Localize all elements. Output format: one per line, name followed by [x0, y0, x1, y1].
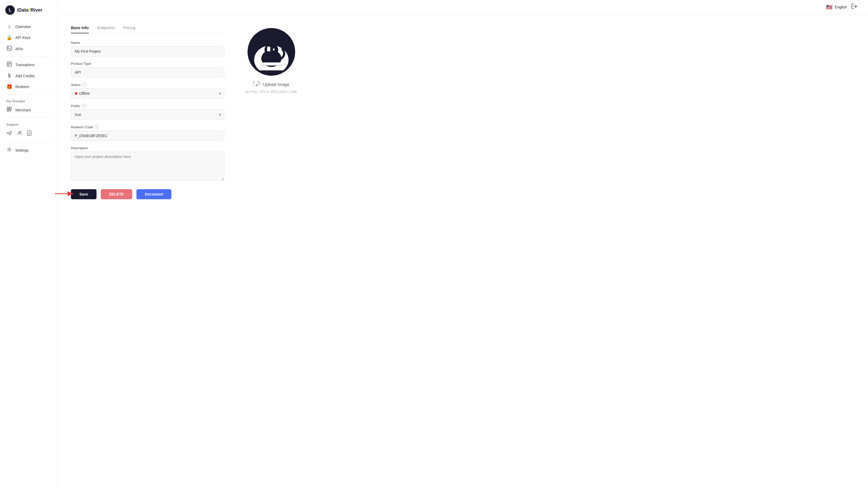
product-type-field-group: Product Type: [71, 62, 224, 77]
status-label: Status i: [71, 83, 224, 87]
document-button[interactable]: Document: [136, 189, 172, 199]
home-icon: ⌂: [6, 24, 12, 29]
dollar-icon: $: [6, 73, 12, 79]
terminal-icon: [6, 46, 12, 52]
buttons-row: Save DELETE Document: [71, 189, 224, 199]
svg-rect-29: [261, 62, 282, 64]
header: 🇺🇸 English: [58, 0, 868, 14]
sidebar-item-label: APIs: [16, 47, 23, 51]
upload-label: Upload Image: [263, 82, 289, 87]
merchant-icon: [6, 107, 12, 113]
tab-endpoints[interactable]: Endpoints: [97, 23, 115, 33]
svg-point-12: [19, 132, 20, 133]
sidebar-item-label: Settings: [16, 148, 29, 152]
gift-icon: 🎁: [6, 84, 12, 90]
sidebar-item-settings[interactable]: Settings: [0, 144, 58, 156]
upload-button[interactable]: Upload Image: [253, 81, 289, 88]
cat-image: [253, 33, 290, 70]
tab-base-info[interactable]: Base Info: [71, 23, 89, 33]
form-section: Base Info Endpoints Pricing Name Pr: [71, 23, 224, 481]
redeem-code-label: Redeem Code i: [71, 125, 224, 129]
sidebar-item-transactions[interactable]: Transations: [0, 59, 58, 70]
svg-point-28: [273, 49, 275, 51]
sidebar-item-apis[interactable]: APIs: [0, 43, 58, 55]
redeem-code-field-group: Redeem Code i: [71, 125, 224, 141]
transactions-icon: [6, 62, 12, 68]
name-label: Name: [71, 41, 224, 45]
sidebar-item-label: Add Credits: [16, 74, 35, 78]
sidebar-divider-3: [5, 118, 53, 118]
svg-marker-25: [274, 39, 278, 45]
product-type-label: Product Type: [71, 62, 224, 66]
for-provider-label: For Provider: [0, 97, 58, 104]
svg-rect-6: [7, 107, 9, 109]
language-selector[interactable]: 🇺🇸 English: [826, 4, 847, 10]
svg-marker-24: [265, 39, 269, 45]
svg-point-18: [9, 149, 10, 150]
status-value: Offline: [79, 91, 90, 95]
main-content: 🇺🇸 English Base Info Endpoints: [58, 0, 868, 489]
svg-rect-30: [261, 64, 282, 66]
sidebar-divider: [5, 57, 53, 57]
sidebar-item-api-keys[interactable]: 🔒 API Keys: [0, 32, 58, 43]
arrow-svg: [52, 189, 76, 199]
logo-icon: L: [5, 5, 15, 15]
sidebar-divider-4: [5, 142, 53, 142]
project-image[interactable]: [248, 28, 295, 76]
language-label: English: [835, 5, 847, 9]
name-field-group: Name: [71, 41, 224, 56]
status-field-group: Status i Offline ▾: [71, 83, 224, 98]
name-input[interactable]: [71, 46, 224, 56]
tab-pricing[interactable]: Pricing: [123, 23, 135, 33]
svg-line-11: [9, 134, 10, 135]
sidebar-item-label: Merchant: [16, 108, 31, 112]
public-field-group: Public i true false ▾: [71, 104, 224, 120]
logout-icon[interactable]: [851, 3, 858, 11]
docs-icon[interactable]: [26, 130, 32, 137]
sidebar-divider-2: [5, 94, 53, 95]
upload-tip: tip: PNG, JPG or JPEG (MAX. 2 MB): [245, 90, 297, 94]
svg-point-13: [20, 131, 22, 132]
sidebar-item-label: Transations: [16, 63, 35, 67]
svg-rect-8: [7, 110, 9, 111]
sidebar: L iData*River ⌂ Overview 🔒 API Keys APIs: [0, 0, 58, 489]
image-section: Upload Image tip: PNG, JPG or JPEG (MAX.…: [245, 23, 297, 481]
public-select[interactable]: true false: [71, 110, 224, 120]
support-icons-row: [0, 127, 58, 140]
logo[interactable]: L iData*River: [0, 5, 58, 21]
status-dot: [75, 92, 78, 95]
content-area: Base Info Endpoints Pricing Name Pr: [58, 14, 868, 489]
delete-button[interactable]: DELETE: [101, 189, 132, 199]
svg-rect-0: [7, 46, 11, 50]
upload-area[interactable]: Upload Image tip: PNG, JPG or JPEG (MAX.…: [245, 81, 297, 94]
public-info-icon[interactable]: i: [82, 104, 86, 108]
svg-rect-14: [28, 131, 31, 136]
logo-text: iData*River: [17, 7, 42, 13]
redeem-code-info-icon[interactable]: i: [95, 125, 99, 129]
svg-point-23: [265, 44, 278, 56]
sidebar-item-redeem[interactable]: 🎁 Redeem: [0, 81, 58, 92]
svg-rect-7: [9, 107, 11, 109]
tabs: Base Info Endpoints Pricing: [71, 23, 224, 33]
arrow-indicator: [52, 189, 76, 200]
public-select-wrapper: true false ▾: [71, 110, 224, 120]
status-info-icon[interactable]: i: [82, 83, 87, 87]
support-label: Support: [0, 120, 58, 127]
sidebar-nav: ⌂ Overview 🔒 API Keys APIs: [0, 21, 58, 160]
sidebar-item-overview[interactable]: ⌂ Overview: [0, 21, 58, 32]
status-select[interactable]: Offline: [71, 88, 224, 98]
description-field-group: Description: [71, 146, 224, 182]
redeem-code-input[interactable]: [71, 131, 224, 141]
sidebar-item-label: Overview: [16, 25, 31, 29]
description-textarea[interactable]: [71, 152, 224, 181]
product-type-input[interactable]: [71, 67, 224, 77]
sidebar-item-add-credits[interactable]: $ Add Credits: [0, 70, 58, 81]
community-icon[interactable]: [17, 130, 22, 137]
telegram-icon[interactable]: [6, 130, 12, 137]
logo-star: *: [29, 7, 30, 13]
sidebar-item-label: API Keys: [16, 35, 31, 40]
sidebar-item-label: Redeem: [16, 85, 29, 89]
upload-icon: [253, 81, 260, 88]
lock-icon: 🔒: [6, 35, 12, 40]
sidebar-item-merchant[interactable]: Merchant: [0, 104, 58, 116]
